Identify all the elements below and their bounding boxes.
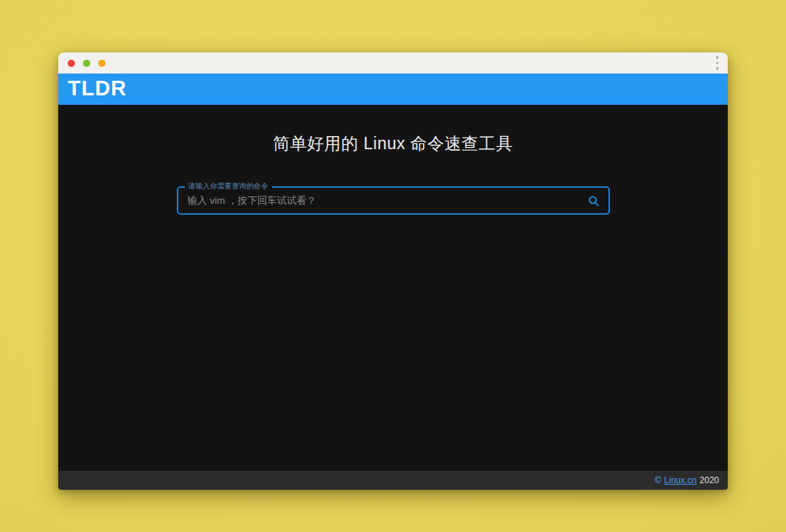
main-content: 简单好用的 Linux 命令速查工具 请输入你需要查询的命令 bbox=[58, 105, 728, 471]
search-icon[interactable] bbox=[587, 194, 600, 207]
traffic-lights bbox=[68, 60, 106, 67]
kebab-menu-icon[interactable] bbox=[714, 53, 721, 73]
browser-chrome-bar bbox=[58, 52, 728, 74]
minimize-window-button[interactable] bbox=[83, 60, 90, 67]
search-field-outline: 请输入你需要查询的命令 bbox=[177, 186, 610, 215]
maximize-window-button[interactable] bbox=[98, 60, 106, 67]
linux-cn-link[interactable]: Linux.cn bbox=[664, 475, 697, 485]
search-input[interactable] bbox=[178, 188, 608, 213]
app-header: TLDR bbox=[58, 74, 728, 105]
footer-bar: © Linux.cn 2020 bbox=[58, 471, 728, 490]
copyright-year: 2020 bbox=[699, 475, 719, 485]
close-window-button[interactable] bbox=[68, 60, 75, 67]
app-title: TLDR bbox=[68, 78, 127, 101]
search-field-label: 请输入你需要查询的命令 bbox=[185, 182, 272, 191]
browser-window: TLDR 简单好用的 Linux 命令速查工具 请输入你需要查询的命令 © Li… bbox=[58, 52, 728, 490]
copyright-symbol: © bbox=[655, 475, 662, 485]
page-title: 简单好用的 Linux 命令速查工具 bbox=[58, 105, 728, 155]
